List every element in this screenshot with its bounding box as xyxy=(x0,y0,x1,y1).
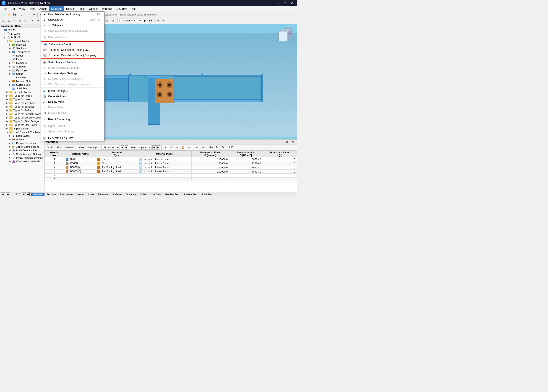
calc-all-shortcut: Shift+F5 xyxy=(86,18,100,21)
disp-mesh-label: Display Mesh xyxy=(48,100,65,104)
menu-gen-mesh[interactable]: Generate Mesh xyxy=(41,94,104,99)
opt-settings-icon: ⚙ xyxy=(43,130,47,133)
spectral-settings-label: Spectral Analysis Settings... xyxy=(48,77,82,80)
title-bar-buttons[interactable]: ─ □ ✕ xyxy=(275,0,295,6)
extranet-company-icon xyxy=(43,54,47,57)
result-smooth-label: Result Smoothing... xyxy=(48,118,72,121)
calc-current-shortcut: F5 xyxy=(92,13,100,16)
modal-settings-label: Modal Analysis Settings... xyxy=(48,72,79,75)
design-addons-icon: 🔧 xyxy=(43,35,47,39)
stability-settings-label: Stability Analysis Settings... xyxy=(48,66,81,70)
gen-parts-icon xyxy=(43,136,47,140)
stability-settings-icon: ⚙ xyxy=(43,66,47,70)
menu-design-addons: 🔧 Design Add-ons... xyxy=(41,35,104,40)
wind-settings-label: Wind Simulation Analysis Settings... xyxy=(48,83,92,86)
calc-current-icon: ▶ xyxy=(43,13,47,16)
svg-marker-22 xyxy=(43,101,46,103)
menu-results[interactable]: Results xyxy=(64,6,77,11)
menu-calc-all[interactable]: ▶ Calculate All Shift+F5 xyxy=(41,17,104,22)
menu-disp-mesh[interactable]: Display Mesh xyxy=(41,99,104,105)
svg-rect-9 xyxy=(44,55,45,56)
menu-file[interactable]: File xyxy=(1,6,9,11)
svg-marker-20 xyxy=(43,95,46,97)
design-addons-label: Design Add-ons... xyxy=(48,36,70,39)
menu-edit[interactable]: Edit xyxy=(9,6,17,11)
to-calc-label: To Calculate... xyxy=(48,24,65,27)
svg-point-12 xyxy=(44,62,45,63)
sep-2 xyxy=(41,41,104,41)
svg-rect-6 xyxy=(44,50,45,51)
spectral-settings-icon: ⚙ xyxy=(43,77,47,81)
calculate-dropdown: ▶ Calculate Current Loading F5 ▶ Calcula… xyxy=(41,11,104,141)
menu-static-settings[interactable]: Static Analysis Settings... xyxy=(41,60,104,65)
calc-dep-label: Calculate Dependent Submodels xyxy=(48,29,88,32)
menu-to-calc[interactable]: ≡ To Calculate... xyxy=(41,22,104,28)
menu-assign[interactable]: Assign xyxy=(37,6,49,11)
menu-insert[interactable]: Insert xyxy=(27,6,37,11)
menu-calc-current[interactable]: ▶ Calculate Current Loading F5 xyxy=(41,12,104,17)
svg-rect-5 xyxy=(44,50,45,50)
title-bar: D Dlubal RFEM | 6.03.0009 | 1469.rf6 ─ □… xyxy=(0,0,297,6)
del-mesh-icon: ⬡ xyxy=(43,105,47,109)
highlighted-group: Calculate in Cloud... Extranet | Calcula… xyxy=(41,41,104,59)
menu-bar: File Edit View Insert Assign Calculate R… xyxy=(0,6,297,11)
gen-mesh-icon xyxy=(43,95,47,98)
menu-cad-bim[interactable]: CAD-BIM xyxy=(114,6,129,11)
menu-view[interactable]: View xyxy=(17,6,27,11)
calc-all-label: Calculate All xyxy=(48,18,63,21)
app-title: Dlubal RFEM | 6.03.0009 | 1469.rf6 xyxy=(7,2,50,5)
calc-current-label: Calculate Current Loading xyxy=(48,13,80,16)
menu-calculate[interactable]: Calculate xyxy=(49,6,64,11)
maximize-button[interactable]: □ xyxy=(282,0,288,6)
menu-tools[interactable]: Tools xyxy=(77,6,87,11)
mesh-settings-label: Mesh Settings... xyxy=(48,89,68,92)
menu-mesh-settings[interactable]: Mesh Settings... xyxy=(41,88,104,94)
sep-7 xyxy=(41,135,104,135)
static-settings-label: Static Analysis Settings... xyxy=(48,61,79,64)
menu-extranet-company[interactable]: Extranet | Calculation Tasks | Company..… xyxy=(41,53,104,58)
result-smooth-icon xyxy=(43,118,47,121)
disp-mesh-icon xyxy=(43,100,47,104)
menu-opt-settings: ⚙ Optimization Settings... xyxy=(41,129,104,134)
sep-6 xyxy=(41,123,104,123)
menu-window[interactable]: Window xyxy=(100,6,114,11)
menu-calc-cloud[interactable]: Calculate in Cloud... xyxy=(41,42,104,47)
opt-settings-label: Optimization Settings... xyxy=(48,130,76,133)
title-bar-left: D Dlubal RFEM | 6.03.0009 | 1469.rf6 xyxy=(2,1,50,5)
gen-mesh-label: Generate Mesh xyxy=(48,95,67,98)
close-button[interactable]: ✕ xyxy=(288,0,295,6)
mesh-settings-icon xyxy=(43,89,47,93)
menu-wind-settings: ⚙ Wind Simulation Analysis Settings... xyxy=(41,82,104,87)
menu-stability-settings: ⚙ Stability Analysis Settings... xyxy=(41,65,104,71)
calc-cloud-icon xyxy=(43,43,47,46)
extranet-my-icon xyxy=(43,48,47,52)
sep-4 xyxy=(41,88,104,88)
calc-dep-icon: ⊞ xyxy=(43,29,47,33)
gen-parts-label: Generate Parts Lists xyxy=(48,137,73,140)
svg-rect-10 xyxy=(44,56,45,56)
del-mesh-label: Delete Mesh xyxy=(48,106,63,109)
calc-all-icon: ▶ xyxy=(43,18,47,22)
menu-help[interactable]: Help xyxy=(129,6,138,11)
menu-del-mesh: ⬡ Delete Mesh xyxy=(41,105,104,110)
menu-open-rwind: 💨 Open RWIND... xyxy=(41,123,104,129)
extranet-company-label: Extranet | Calculation Tasks | Company..… xyxy=(49,54,98,57)
menu-gen-parts[interactable]: Generate Parts Lists xyxy=(41,135,104,141)
static-settings-icon xyxy=(43,61,47,64)
menu-result-smooth[interactable]: Result Smoothing... xyxy=(41,117,104,122)
menu-mesh-stats: 📊 Mesh Statistics... xyxy=(41,110,104,116)
mesh-stats-icon: 📊 xyxy=(43,111,47,115)
mesh-stats-label: Mesh Statistics... xyxy=(48,111,69,114)
open-rwind-icon: 💨 xyxy=(43,124,47,128)
open-rwind-label: Open RWIND... xyxy=(48,125,67,128)
menu-extranet-my[interactable]: Extranet | Calculation Tasks | My... xyxy=(41,47,104,53)
wind-settings-icon: ⚙ xyxy=(43,83,47,86)
to-calc-icon: ≡ xyxy=(43,23,47,27)
minimize-button[interactable]: ─ xyxy=(275,0,281,6)
menu-options[interactable]: Options xyxy=(87,6,100,11)
menu-calc-dep: ⊞ Calculate Dependent Submodels xyxy=(41,28,104,34)
sep-5 xyxy=(41,116,104,116)
app-icon: D xyxy=(2,1,6,5)
extranet-my-label: Extranet | Calculation Tasks | My... xyxy=(49,48,90,51)
menu-modal-settings[interactable]: ⚙ Modal Analysis Settings... xyxy=(41,71,104,76)
